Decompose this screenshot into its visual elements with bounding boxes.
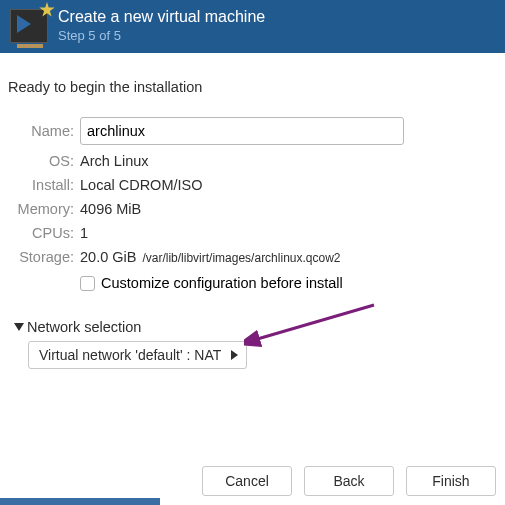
back-button[interactable]: Back bbox=[304, 466, 394, 496]
storage-size: 20.0 GiB bbox=[80, 249, 136, 265]
network-selection-label: Network selection bbox=[27, 319, 141, 335]
network-dropdown[interactable]: Virtual network 'default' : NAT bbox=[28, 341, 247, 369]
install-value: Local CDROM/ISO bbox=[80, 177, 497, 193]
taskbar-fragment bbox=[0, 498, 160, 505]
network-selected: Virtual network 'default' : NAT bbox=[39, 347, 221, 363]
name-input[interactable] bbox=[80, 117, 404, 145]
memory-label: Memory: bbox=[8, 201, 74, 217]
customize-label: Customize configuration before install bbox=[101, 275, 343, 291]
wizard-footer: Cancel Back Finish bbox=[202, 466, 496, 496]
install-label: Install: bbox=[8, 177, 74, 193]
wizard-header: Create a new virtual machine Step 5 of 5 bbox=[0, 0, 505, 53]
os-value: Arch Linux bbox=[80, 153, 497, 169]
cpus-label: CPUs: bbox=[8, 225, 74, 241]
new-vm-icon bbox=[10, 9, 48, 43]
intro-text: Ready to begin the installation bbox=[8, 79, 497, 95]
storage-label: Storage: bbox=[8, 249, 74, 265]
network-selection-toggle[interactable]: Network selection bbox=[14, 319, 497, 335]
customize-checkbox[interactable] bbox=[80, 276, 95, 291]
chevron-right-icon bbox=[231, 350, 238, 360]
storage-path: /var/lib/libvirt/images/archlinux.qcow2 bbox=[142, 251, 340, 265]
memory-value: 4096 MiB bbox=[80, 201, 497, 217]
summary-grid: Name: OS: Arch Linux Install: Local CDRO… bbox=[8, 117, 497, 291]
cpus-value: 1 bbox=[80, 225, 497, 241]
finish-button[interactable]: Finish bbox=[406, 466, 496, 496]
wizard-title: Create a new virtual machine bbox=[58, 8, 265, 26]
name-label: Name: bbox=[8, 123, 74, 139]
wizard-step: Step 5 of 5 bbox=[58, 28, 265, 43]
cancel-button[interactable]: Cancel bbox=[202, 466, 292, 496]
chevron-down-icon bbox=[14, 323, 24, 331]
os-label: OS: bbox=[8, 153, 74, 169]
